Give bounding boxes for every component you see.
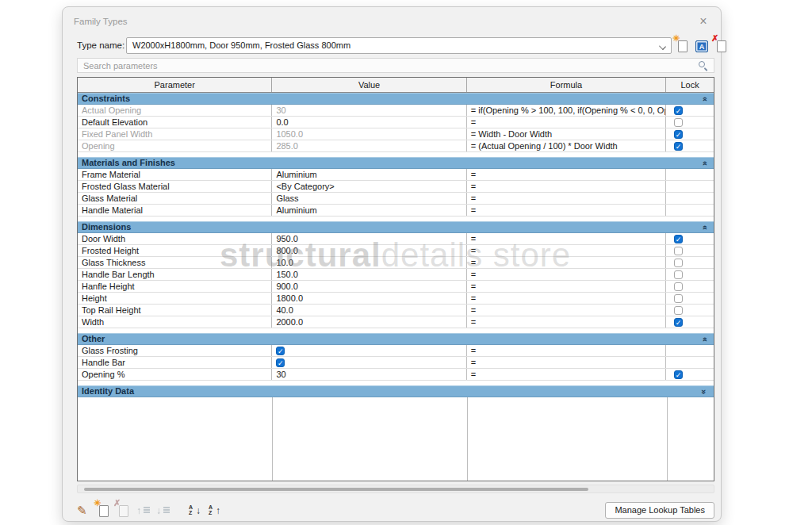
value-cell[interactable]: 1800.0 <box>272 293 466 304</box>
chevron-double-up-icon[interactable]: » <box>700 224 708 229</box>
value-cell[interactable]: 10.0 <box>272 257 466 268</box>
type-name-combobox[interactable]: W2000xH1800mm, Door 950mm, Frosted Glass… <box>126 37 672 54</box>
parameter-cell[interactable]: Height <box>78 293 272 304</box>
lock-cell[interactable] <box>666 169 714 180</box>
section-header-other[interactable]: Other» <box>78 333 714 345</box>
lock-checkbox[interactable]: ✓ <box>674 370 683 379</box>
parameter-cell[interactable]: Opening <box>78 140 272 151</box>
lock-cell[interactable] <box>666 117 714 128</box>
column-header-parameter[interactable]: Parameter <box>78 78 272 92</box>
lock-checkbox[interactable] <box>674 294 683 303</box>
parameter-cell[interactable]: Hanfle Height <box>78 281 272 292</box>
value-checkbox[interactable]: ✓ <box>276 347 285 355</box>
delete-type-button[interactable]: ✗ <box>714 39 729 53</box>
formula-cell[interactable]: = <box>467 281 666 292</box>
value-cell[interactable]: ✓ <box>272 345 466 356</box>
formula-cell[interactable]: = <box>467 169 666 180</box>
parameter-cell[interactable]: Handle Bar <box>78 357 272 368</box>
parameter-cell[interactable]: Door Width <box>78 233 272 244</box>
lock-cell[interactable]: ✓ <box>666 128 714 140</box>
formula-cell[interactable]: = <box>467 369 666 380</box>
manage-lookup-tables-button[interactable]: Manage Lookup Tables <box>605 502 714 519</box>
value-cell[interactable]: 950.0 <box>272 233 466 244</box>
formula-cell[interactable]: = <box>467 257 666 268</box>
parameter-cell[interactable]: Handle Bar Length <box>78 269 272 280</box>
parameter-cell[interactable]: Actual Opening <box>78 105 272 116</box>
formula-cell[interactable]: = <box>467 117 666 128</box>
value-checkbox[interactable]: ✓ <box>276 358 285 367</box>
lock-cell[interactable] <box>666 293 714 304</box>
lock-checkbox[interactable] <box>674 282 683 291</box>
section-header-materials-and-finishes[interactable]: Materials and Finishes» <box>78 157 714 169</box>
lock-cell[interactable] <box>666 205 714 216</box>
sort-ascending-button[interactable]: AZ↓ <box>188 504 202 518</box>
formula-cell[interactable]: = <box>467 269 666 280</box>
lock-cell[interactable] <box>666 269 714 280</box>
value-cell[interactable]: 30 <box>272 105 466 116</box>
lock-cell[interactable] <box>666 245 714 256</box>
value-cell[interactable]: 2000.0 <box>272 316 466 328</box>
section-header-constraints[interactable]: Constraints» <box>78 93 714 105</box>
value-cell[interactable]: Aluminium <box>272 205 466 216</box>
lock-cell[interactable] <box>666 345 714 356</box>
parameter-cell[interactable]: Top Rail Height <box>78 305 272 316</box>
lock-cell[interactable]: ✓ <box>666 140 714 151</box>
formula-cell[interactable]: = <box>467 233 666 244</box>
parameter-cell[interactable]: Glass Material <box>78 193 272 204</box>
lock-checkbox[interactable]: ✓ <box>674 235 683 243</box>
lock-checkbox[interactable] <box>674 118 683 127</box>
parameter-cell[interactable]: Opening % <box>78 369 272 380</box>
column-header-value[interactable]: Value <box>272 78 466 92</box>
close-icon[interactable]: × <box>695 13 711 29</box>
value-cell[interactable]: 40.0 <box>272 305 466 316</box>
chevron-double-down-icon[interactable]: » <box>700 389 708 393</box>
lock-cell[interactable] <box>666 357 714 368</box>
lock-cell[interactable] <box>666 281 714 292</box>
sort-descending-button[interactable]: AZ↑ <box>208 504 222 518</box>
chevron-down-icon[interactable] <box>659 43 666 50</box>
formula-cell[interactable]: = <box>467 205 666 216</box>
lock-checkbox[interactable]: ✓ <box>674 142 683 151</box>
value-cell[interactable]: 800.0 <box>272 245 466 256</box>
value-cell[interactable]: Glass <box>272 193 466 204</box>
value-cell[interactable]: 900.0 <box>272 281 466 292</box>
horizontal-scrollbar[interactable] <box>77 485 714 493</box>
lock-checkbox[interactable] <box>674 306 683 315</box>
value-cell[interactable]: 150.0 <box>272 269 466 280</box>
formula-cell[interactable]: = <box>467 293 666 304</box>
lock-cell[interactable]: ✓ <box>666 105 714 116</box>
formula-cell[interactable]: = <box>467 305 666 316</box>
lock-checkbox[interactable]: ✓ <box>674 106 683 115</box>
lock-checkbox[interactable] <box>674 247 683 255</box>
formula-cell[interactable]: = <box>467 345 666 356</box>
parameter-cell[interactable]: Frosted Glass Material <box>78 181 272 192</box>
search-parameters-input[interactable]: Search parameters <box>77 58 714 73</box>
formula-cell[interactable]: = <box>467 193 666 204</box>
lock-cell[interactable]: ✓ <box>666 369 714 380</box>
formula-cell[interactable]: = Width - Door Width <box>467 128 666 140</box>
value-cell[interactable]: ✓ <box>272 357 466 368</box>
parameter-cell[interactable]: Glass Frosting <box>78 345 272 356</box>
formula-cell[interactable]: = <box>467 357 666 368</box>
formula-cell[interactable]: = (Actual Opening / 100) * Door Width <box>467 140 666 151</box>
column-header-formula[interactable]: Formula <box>467 78 666 92</box>
lock-cell[interactable] <box>666 181 714 192</box>
formula-cell[interactable]: = <box>467 316 666 328</box>
lock-cell[interactable] <box>666 305 714 316</box>
lock-cell[interactable] <box>666 193 714 204</box>
lock-cell[interactable]: ✓ <box>666 233 714 244</box>
parameter-cell[interactable]: Frosted Height <box>78 245 272 256</box>
parameter-cell[interactable]: Fixed Panel Width <box>78 128 272 140</box>
parameter-cell[interactable]: Glass Thickness <box>78 257 272 268</box>
rename-type-button[interactable]: A <box>695 39 709 53</box>
value-cell[interactable]: Aluminium <box>272 169 466 180</box>
lock-checkbox[interactable] <box>674 270 683 279</box>
lock-cell[interactable]: ✓ <box>666 316 714 328</box>
new-type-button[interactable]: ✳ <box>676 39 690 53</box>
formula-cell[interactable]: = <box>467 181 666 192</box>
chevron-double-up-icon[interactable]: » <box>700 160 708 165</box>
value-cell[interactable]: 0.0 <box>272 117 466 128</box>
value-cell[interactable]: 30 <box>272 369 466 380</box>
parameter-cell[interactable]: Width <box>78 316 272 328</box>
value-cell[interactable]: 285.0 <box>272 140 466 151</box>
